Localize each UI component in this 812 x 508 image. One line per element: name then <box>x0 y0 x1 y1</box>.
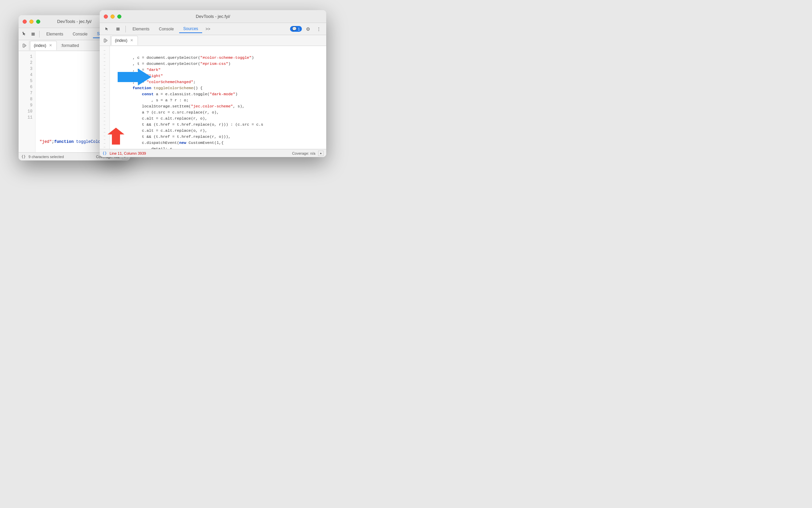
svg-rect-3 <box>31 35 35 35</box>
svg-marker-5 <box>118 69 151 85</box>
minimize-button-1[interactable] <box>29 20 33 24</box>
scroll-up-2[interactable]: ▲ <box>318 151 324 156</box>
tab-elements-1[interactable]: Elements <box>42 30 67 38</box>
dash: − <box>100 90 110 93</box>
toolbar-2: Elements Console Sources >> 💬 1 ⚙ ⋮ <box>100 23 326 35</box>
chat-symbol: 💬 <box>292 27 297 31</box>
dash: − <box>100 86 110 90</box>
coverage-2: Coverage: n/a <box>292 151 315 155</box>
dash: − <box>100 71 110 75</box>
file-tabs-bar-2: (index) ✕ <box>100 35 326 46</box>
svg-rect-1 <box>31 33 35 33</box>
maximize-button-2[interactable] <box>117 15 121 19</box>
dash: − <box>100 82 110 86</box>
menu-icon-2[interactable]: ⋮ <box>314 24 324 34</box>
line-num: 10 <box>19 108 35 115</box>
close-button-2[interactable] <box>104 15 108 19</box>
dash: − <box>100 104 110 108</box>
line-num: 5 <box>19 78 35 84</box>
line-numbers-1: 1 2 3 4 5 6 7 8 9 10 11 <box>19 51 35 152</box>
maximize-button-1[interactable] <box>36 20 40 24</box>
panel-body-2: − − − − − − − − − − − − − − − − − − − − <box>100 46 326 149</box>
blue-arrow <box>118 67 151 88</box>
dash: − <box>100 78 110 82</box>
minimize-button-2[interactable] <box>111 15 115 19</box>
dash: − <box>100 52 110 56</box>
dash: − <box>100 93 110 97</box>
close-button-1[interactable] <box>23 20 27 24</box>
file-tab-close-1[interactable]: ✕ <box>48 43 53 48</box>
code-area-2: − − − − − − − − − − − − − − − − − − − − <box>100 46 326 149</box>
chat-icon[interactable]: 💬 1 <box>290 26 302 32</box>
tab-console-1[interactable]: Console <box>69 30 92 38</box>
line-num: 3 <box>19 66 35 72</box>
dash: − <box>100 119 110 123</box>
layers-icon[interactable] <box>30 29 37 39</box>
settings-icon-2[interactable]: ⚙ <box>303 24 313 34</box>
status-bar-2: {} Line 11, Column 3939 Coverage: n/a ▲ <box>100 149 326 157</box>
line-num: 2 <box>19 60 35 66</box>
format-icon-2[interactable]: {} <box>102 151 107 155</box>
file-tab-index-2[interactable]: (index) ✕ <box>111 36 138 45</box>
format-icon-1[interactable]: {} <box>21 154 26 159</box>
cursor-icon[interactable] <box>21 29 28 39</box>
svg-rect-8 <box>116 30 120 30</box>
tab-sources-2[interactable]: Sources <box>179 25 202 33</box>
traffic-lights-1 <box>23 20 40 24</box>
divider-2 <box>125 26 126 32</box>
svg-marker-10 <box>108 128 124 145</box>
line-num: 8 <box>19 96 35 102</box>
dash: − <box>100 108 110 112</box>
dash: − <box>100 67 110 71</box>
line-num: 6 <box>19 84 35 90</box>
cursor-icon-2[interactable] <box>102 24 112 34</box>
window-title-2: DevTools - jec.fyi/ <box>196 14 230 19</box>
position-text-2: Line 11, Column 3939 <box>110 151 146 155</box>
dash: − <box>100 112 110 116</box>
file-tab-formatted-1[interactable]: :formatted <box>57 41 82 50</box>
tab-elements-2[interactable]: Elements <box>128 25 153 33</box>
window-title-1: DevTools - jec.fyi/ <box>57 19 92 24</box>
svg-rect-2 <box>31 34 35 34</box>
line-num: 11 <box>19 115 35 121</box>
line-num: 1 <box>19 54 35 60</box>
tab-console-2[interactable]: Console <box>155 25 178 33</box>
svg-rect-6 <box>116 28 120 28</box>
dash: − <box>100 63 110 67</box>
title-bar-2: DevTools - jec.fyi/ <box>100 10 326 23</box>
dash: − <box>100 123 110 127</box>
panel-toggle-1[interactable] <box>20 41 29 50</box>
code-content-2[interactable]: , c = document.querySelector("#color-sch… <box>110 46 326 149</box>
toolbar-right-2: 💬 1 ⚙ ⋮ <box>290 24 324 34</box>
line-num: 7 <box>19 90 35 96</box>
dash: − <box>100 60 110 63</box>
svg-rect-4 <box>23 44 24 47</box>
red-arrow <box>108 128 124 146</box>
dash: − <box>100 116 110 119</box>
dash: − <box>100 56 110 60</box>
badge-count: 1 <box>298 27 300 31</box>
svg-rect-7 <box>116 29 120 29</box>
svg-rect-9 <box>104 39 105 42</box>
line-num: 4 <box>19 72 35 78</box>
file-tab-index-1[interactable]: (index) ✕ <box>30 41 57 50</box>
panel-toggle-2[interactable] <box>101 36 111 45</box>
dash: − <box>100 75 110 78</box>
status-text-1: 9 characters selected <box>28 155 64 159</box>
dash: − <box>100 97 110 101</box>
file-tab-close-2[interactable]: ✕ <box>129 38 134 43</box>
more-tabs-2[interactable]: >> <box>204 25 212 33</box>
traffic-lights-2 <box>104 15 121 19</box>
divider-1 <box>39 31 40 37</box>
dash: − <box>100 101 110 104</box>
dash: − <box>100 49 110 52</box>
line-num: 9 <box>19 102 35 108</box>
layers-icon-2[interactable] <box>113 24 123 34</box>
